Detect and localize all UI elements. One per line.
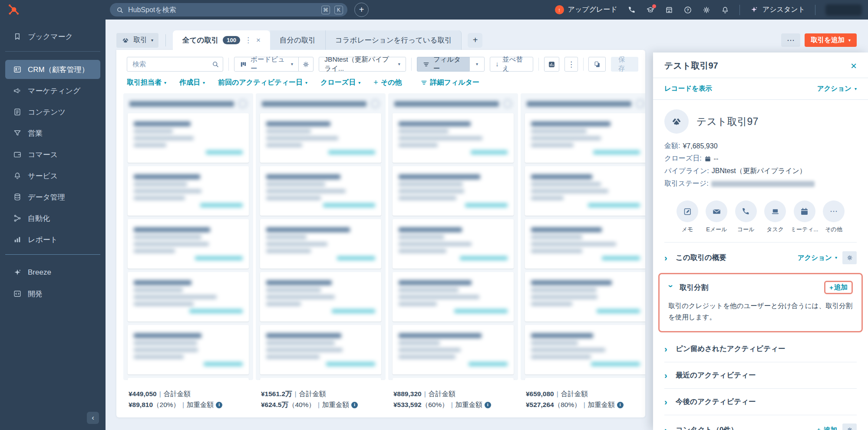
section-contacts[interactable]: › コンタクト（0件） +追加 (664, 415, 857, 430)
overview-settings-button[interactable] (842, 251, 857, 264)
filter-caret-button[interactable]: ▾ (469, 57, 485, 72)
sidebar-item-reports[interactable]: レポート (5, 230, 100, 249)
overview-actions-dropdown[interactable]: アクション▾ (798, 253, 837, 263)
deal-card[interactable] (128, 113, 249, 163)
deal-card[interactable] (525, 272, 645, 322)
sidebar-item-sales[interactable]: 営業 (5, 124, 100, 143)
board-search-input[interactable] (127, 57, 223, 72)
sidebar-item-development[interactable]: 開発 (5, 284, 100, 303)
tab-collaboration-deals[interactable]: コラボレーションを行っている取引 (326, 30, 462, 50)
sidebar-item-content[interactable]: コンテンツ (5, 102, 100, 121)
deal-card[interactable] (128, 272, 249, 322)
quick-filter-more[interactable]: +その他 (373, 78, 402, 87)
deal-card[interactable] (525, 113, 645, 163)
add-deal-split-button[interactable]: +追加 (824, 281, 853, 294)
deal-card[interactable] (260, 219, 381, 269)
panel-actions-dropdown[interactable]: アクション▾ (817, 84, 857, 93)
sidebar-item-marketing[interactable]: マーケティング (5, 81, 100, 100)
tab-all-deals[interactable]: 全ての取引 100 ⋮ × (173, 30, 270, 50)
quick-filter-create-date[interactable]: 作成日▾ (179, 78, 205, 87)
section-deal-overview[interactable]: › この取引の概要 アクション▾ (664, 242, 857, 272)
deal-card[interactable] (393, 272, 514, 322)
board-more-button[interactable]: ⋮ (564, 57, 578, 72)
info-icon[interactable]: i (485, 402, 491, 408)
sidebar-item-commerce[interactable]: コマース (5, 145, 100, 164)
deal-card[interactable] (128, 325, 249, 374)
hubspot-logo[interactable] (7, 3, 20, 16)
marketplace-icon[interactable] (665, 6, 673, 14)
section-pinned-activity[interactable]: › ピン留めされたアクティビティー (664, 336, 857, 362)
task-action[interactable]: タスク (762, 200, 789, 233)
more-options-button[interactable]: ⋯ (781, 33, 800, 47)
sidebar-item-crm[interactable]: CRM（顧客管理） (5, 60, 100, 79)
sidebar-item-service[interactable]: サービス (5, 166, 100, 185)
sidebar-item-bookmarks[interactable]: ブックマーク (5, 27, 100, 46)
contacts-settings-button[interactable] (842, 423, 857, 430)
quick-filter-close-date[interactable]: クローズ日▾ (320, 78, 360, 87)
deal-card[interactable] (128, 219, 249, 269)
board-settings-button[interactable] (298, 57, 314, 72)
info-icon[interactable]: i (216, 402, 222, 408)
quick-create-button[interactable]: + (354, 3, 369, 17)
global-search[interactable]: ⌘ K (110, 3, 347, 16)
close-icon[interactable]: × (851, 61, 857, 71)
meeting-action[interactable]: ミーティ... (791, 200, 818, 233)
filter-button[interactable]: フィルター (417, 57, 470, 72)
settings-icon[interactable] (702, 6, 711, 14)
info-icon[interactable]: i (351, 402, 358, 408)
global-search-input[interactable] (128, 6, 317, 14)
view-record-link[interactable]: レコードを表示 (664, 84, 712, 93)
deal-card[interactable] (260, 325, 381, 374)
pipeline-dropdown[interactable]: JBNtest（更新パイプライ... ▾ (319, 57, 406, 72)
tab-options-icon[interactable]: ⋮ (244, 36, 252, 45)
deal-card[interactable] (393, 325, 514, 374)
deal-card[interactable] (525, 378, 645, 380)
clone-view-button[interactable] (588, 57, 606, 72)
calls-icon[interactable] (627, 6, 636, 14)
section-recent-activity[interactable]: › 最近のアクティビティー (664, 362, 857, 388)
chevron-down-icon[interactable]: › (668, 285, 674, 291)
deal-card[interactable] (393, 113, 514, 163)
quick-filter-deal-owner[interactable]: 取引担当者▾ (127, 78, 166, 87)
note-action[interactable]: メモ (674, 200, 701, 233)
sidebar-collapse-button[interactable]: ‹ (87, 412, 99, 424)
deal-card[interactable] (260, 166, 381, 216)
add-view-button[interactable]: + (468, 33, 482, 48)
add-deal-button[interactable]: 取引を追加 ▾ (805, 33, 857, 47)
info-icon[interactable]: i (617, 402, 624, 408)
deal-card[interactable] (128, 378, 249, 380)
deal-card[interactable] (260, 113, 381, 163)
deal-card[interactable] (128, 166, 249, 216)
deal-card[interactable] (260, 378, 381, 380)
sidebar-item-data-management[interactable]: データ管理 (5, 187, 100, 207)
more-actions[interactable]: ⋯その他 (820, 200, 847, 233)
board-search[interactable] (127, 57, 223, 72)
email-action[interactable]: Eメール (703, 200, 730, 233)
deal-card[interactable] (393, 378, 514, 380)
deal-card[interactable] (393, 166, 514, 216)
help-icon[interactable] (683, 6, 692, 14)
deal-card[interactable] (525, 219, 645, 269)
assistant-button[interactable]: アシスタント (750, 5, 805, 14)
deal-card[interactable] (260, 272, 381, 322)
tab-close-icon[interactable]: × (256, 36, 261, 45)
call-action[interactable]: コール (733, 200, 759, 233)
sidebar-item-breeze[interactable]: Breeze (5, 263, 100, 282)
insights-button[interactable] (544, 57, 560, 72)
deal-card[interactable] (525, 166, 645, 216)
upgrade-button[interactable]: ↑ アップグレード (555, 5, 617, 14)
tab-my-deals[interactable]: 自分の取引 (270, 30, 326, 50)
notifications-icon[interactable] (721, 6, 729, 14)
section-upcoming-activity[interactable]: › 今後のアクティビティー (664, 388, 857, 415)
quick-filter-last-activity-date[interactable]: 前回のアクティビティー日▾ (218, 78, 307, 87)
deal-card[interactable] (525, 325, 645, 374)
account-menu[interactable] (825, 4, 862, 16)
deal-card[interactable] (393, 219, 514, 269)
view-type-dropdown[interactable]: ボードビュー ▾ (234, 57, 299, 72)
object-type-dropdown[interactable]: 取引 ▾ (116, 33, 158, 48)
add-contact-button[interactable]: +追加 (817, 426, 837, 430)
advanced-filters-button[interactable]: 詳細フィルター (420, 78, 480, 87)
academy-icon[interactable] (646, 6, 655, 14)
sidebar-item-automation[interactable]: 自動化 (5, 209, 100, 228)
sort-button[interactable]: ↓ 並べ替え (490, 57, 533, 72)
